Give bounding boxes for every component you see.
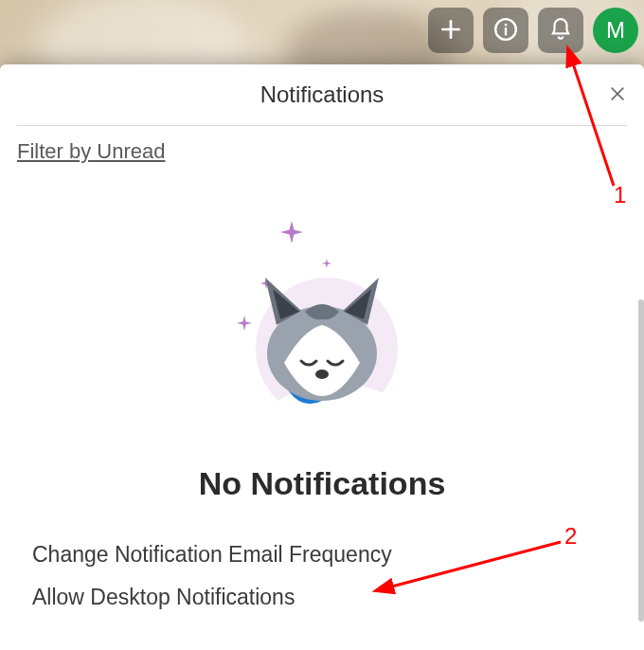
top-toolbar: M <box>428 8 638 53</box>
plus-icon <box>438 17 463 45</box>
notifications-panel: Notifications Filter by Unread <box>0 64 644 650</box>
empty-state-heading: No Notifications <box>199 465 446 502</box>
svg-point-4 <box>505 23 508 26</box>
divider <box>17 125 627 126</box>
allow-desktop-notifications-link[interactable]: Allow Desktop Notifications <box>28 571 635 614</box>
notifications-button[interactable] <box>538 8 583 53</box>
close-panel-button[interactable] <box>604 81 631 108</box>
app-viewport: M Notifications Filter by Unread <box>0 0 644 650</box>
panel-title: Notifications <box>260 81 385 108</box>
scroll-thumb[interactable] <box>638 299 644 622</box>
info-icon <box>493 17 518 45</box>
avatar-button[interactable]: M <box>593 8 638 53</box>
empty-state-illustration <box>227 221 417 439</box>
notification-settings-group: Change Notification Email Frequency Allo… <box>19 529 644 614</box>
svg-point-10 <box>315 370 329 379</box>
info-button[interactable] <box>483 8 528 53</box>
avatar-initial: M <box>606 17 625 43</box>
empty-state: No Notifications <box>0 221 644 502</box>
panel-header: Notifications <box>0 64 644 125</box>
bell-icon <box>548 17 573 45</box>
filter-by-unread-link[interactable]: Filter by Unread <box>17 139 166 164</box>
close-icon <box>608 84 627 106</box>
change-email-frequency-link[interactable]: Change Notification Email Frequency <box>28 529 635 571</box>
add-button[interactable] <box>428 8 474 53</box>
